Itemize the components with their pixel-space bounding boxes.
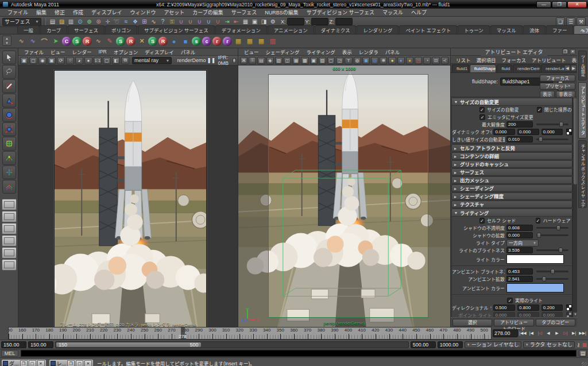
main-menu-item[interactable]: ウィンドウ [126, 9, 160, 16]
animation-preferences-icon[interactable]: ▦ [582, 342, 587, 348]
vp-motionblur-icon[interactable]: ◲ [336, 57, 343, 64]
snap-curve-icon[interactable]: ∿ [149, 17, 158, 26]
section-header-auto-resize[interactable]: ▼ サイズの自動変更 [452, 98, 572, 106]
shelf-tab[interactable]: ペイント エフェクト [399, 25, 457, 34]
directional-x-input[interactable]: 0.500 [493, 305, 515, 311]
select-hierarchy-icon[interactable]: ⊙ [76, 17, 84, 26]
rv-ipr-icon[interactable]: ▣ [48, 57, 56, 64]
window-control-button[interactable]: ✕ [37, 360, 45, 366]
viewport-menu-item[interactable]: ビュー [241, 48, 262, 55]
layout-persp-graph-button[interactable] [2, 235, 17, 246]
rv-snapshot-icon[interactable]: ◉ [38, 57, 47, 64]
save-scene-icon[interactable]: ▥ [67, 17, 75, 26]
attribute-editor-menu-item[interactable]: フォーカス [499, 56, 529, 63]
magnet-plane-icon[interactable]: ∪ [204, 17, 213, 26]
max-resolution-input[interactable]: 200 [506, 121, 533, 128]
node-tab[interactable]: fluidShape1 [470, 64, 497, 72]
max-resolution-slider[interactable] [536, 124, 568, 125]
renderer-dropdown[interactable]: mental ray ▼ [132, 57, 172, 64]
maximize-button[interactable]: ❐ [552, 1, 567, 8]
vp-safetitle-icon[interactable]: ≺ [441, 57, 448, 64]
vp-light-none-icon[interactable]: ● [388, 57, 396, 64]
section-header[interactable]: シェーディング精度 [451, 192, 572, 200]
hair-set-start-icon[interactable]: S [116, 37, 125, 46]
ipr-pause-icon[interactable]: ❚❚ [207, 57, 215, 63]
attribute-scroll-area[interactable]: ▼ サイズの自動変更 ✓ サイズの自動変更 ✓ 閉じた境界のサ ✓ エミッタにサ… [451, 97, 577, 317]
vp-default-material-icon[interactable]: ◍ [354, 57, 361, 64]
vp-select-camera-icon[interactable]: ⌘ [240, 57, 247, 64]
directional-z-input[interactable]: 0.200 [541, 305, 563, 311]
range-slider[interactable]: 150 500 [55, 341, 409, 348]
rv-gamma-icon[interactable]: ◧ [112, 57, 120, 64]
y-input[interactable] [311, 18, 328, 25]
hair-cache-icon[interactable]: C [62, 37, 71, 46]
section-header[interactable]: グリッドのキャッシュ [451, 160, 572, 168]
dynamic-offset-x-input[interactable]: 0.000 [493, 129, 515, 135]
hair-rest2-icon[interactable]: R [158, 37, 168, 46]
dynamic-offset-y-input[interactable]: 0.000 [517, 129, 539, 135]
shelf-tab[interactable]: マッスル [490, 25, 523, 34]
magnet-grid-icon[interactable]: ∪ [177, 17, 185, 26]
sidebar-tab[interactable]: アトリビュート エディタ [578, 82, 587, 139]
magnet-live-icon[interactable]: ∪ [214, 17, 222, 26]
hair-scale-r2-icon[interactable]: r [223, 37, 232, 46]
shelf-item-menu-icon[interactable]: ▾ [582, 28, 585, 34]
main-menu-item[interactable]: NURBSの編集 [261, 9, 303, 16]
window-control-button[interactable]: ❒ [67, 360, 75, 366]
rv-alpha-icon[interactable]: ● [84, 57, 92, 64]
hair-curve-icon[interactable]: ⌒ [39, 36, 49, 47]
script-editor-icon[interactable]: ▤ [579, 350, 587, 357]
shelf-tab[interactable]: カーブ [40, 25, 67, 34]
animation-layer-dropdown[interactable]: ▼ーション レイヤなし [465, 341, 521, 348]
last-tool-used[interactable] [2, 180, 16, 194]
layout-single-pane-button[interactable] [2, 199, 17, 210]
hair-collide-cube-icon[interactable]: ■ [180, 36, 191, 47]
vp-texture-t-icon[interactable]: T [345, 57, 352, 64]
ambient-brightness-slider[interactable] [536, 271, 568, 272]
vertical-scrollbar[interactable]: ▲ ▼ [572, 97, 577, 317]
hair-collide-sphere-icon[interactable]: ● [169, 36, 179, 47]
shadow-diffusion-slider[interactable] [536, 234, 568, 236]
render-icon[interactable]: ▣ [250, 17, 259, 26]
shelf-tab[interactable]: ダイナミクス [315, 25, 357, 34]
vp-bookmark-icon[interactable]: ◈ [266, 57, 274, 64]
time-ruler[interactable]: 1501601701801902002102202302402502602702… [8, 327, 492, 340]
shelf-tab[interactable]: ポリゴン [105, 25, 137, 34]
texture-map-button[interactable] [566, 129, 572, 135]
attribute-editor-menu-item[interactable]: リスト [453, 56, 474, 63]
animation-start-input[interactable]: 150.00 [1, 341, 26, 348]
viewport-menu-item[interactable]: パネル [382, 48, 404, 55]
viewport-menu-item[interactable]: シェーディング [262, 48, 303, 55]
shelf-tab[interactable]: 一般 [17, 25, 40, 34]
vp-screenspace-icon[interactable]: ▢ [327, 57, 335, 64]
hair-scale-r-icon[interactable]: r [212, 37, 222, 46]
rv-clip-icon[interactable]: ⧉ [121, 57, 129, 64]
vp-camera-attr-icon[interactable]: ▤ [257, 57, 265, 64]
attribute-editor-menu-item[interactable]: アトリビュート [529, 56, 569, 63]
light-color-swatch[interactable] [506, 255, 564, 264]
shelf-tab[interactable]: 流体 [523, 25, 546, 34]
main-menu-item[interactable]: 修正 [51, 9, 69, 16]
main-menu-item[interactable]: サーフェス [227, 9, 261, 16]
ambient-color-swatch[interactable] [506, 283, 564, 292]
rv-pause-region-icon[interactable]: ⁘ [66, 57, 74, 64]
render-view-menu-item[interactable]: レンダー [69, 48, 95, 55]
rotate-tool[interactable] [2, 108, 16, 122]
light-brightness-input[interactable]: 3.536 [506, 247, 533, 253]
resize-grip[interactable] [582, 362, 587, 366]
show-manipulator-tool[interactable] [2, 165, 16, 179]
select-tool[interactable] [2, 51, 16, 64]
main-menu-item[interactable]: サブディビジョン サーフェス [303, 9, 378, 16]
render-settings-icon[interactable]: ⚙ [269, 17, 277, 26]
directional-y-input[interactable]: 0.800 [517, 305, 539, 311]
section-header[interactable]: サーフェス [451, 168, 572, 176]
output-ops-icon[interactable]: ⇤ [232, 17, 241, 26]
section-header[interactable]: 出力メッシュ [451, 176, 572, 184]
focus-button[interactable]: フォーカス [540, 75, 575, 82]
hair-grid-icon[interactable]: ▥ [268, 36, 278, 47]
main-menu-item[interactable]: ディスプレイ [87, 9, 126, 16]
x-input[interactable] [287, 18, 304, 25]
section-header-lighting[interactable]: ▼ ライティング [452, 209, 572, 217]
window-control-button[interactable]: ▢ [29, 360, 36, 366]
main-menu-item[interactable]: ファイル [3, 9, 32, 16]
